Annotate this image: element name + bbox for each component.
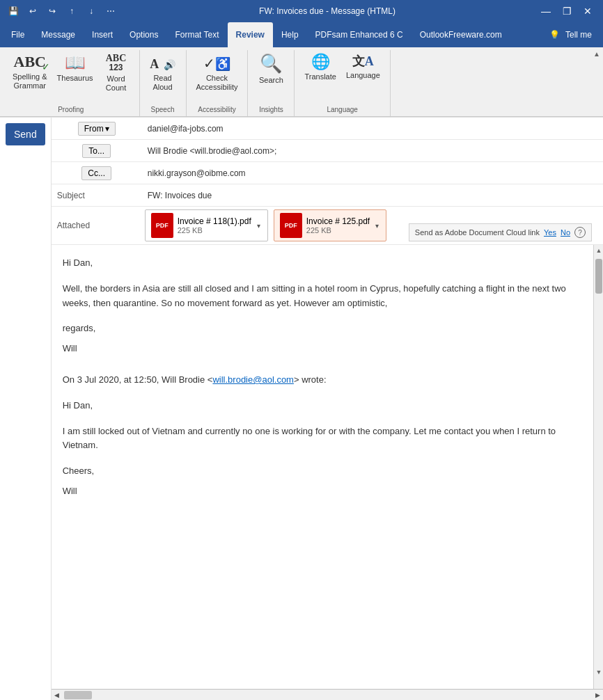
check-accessibility-label: CheckAccessibility — [196, 74, 238, 92]
h-scroll-thumb[interactable] — [64, 691, 92, 699]
search-label: Search — [259, 76, 283, 85]
language-buttons: 🌐 Translate 文 A Language — [300, 50, 384, 106]
attachment-1[interactable]: PDF Invoice # 118(1).pdf 225 KB ▾ — [145, 209, 268, 241]
cc-value[interactable]: nikki.grayson@oibme.com — [142, 166, 603, 181]
from-row: From ▾ daniel@ifa-jobs.com — [52, 118, 603, 140]
attachment-2-info: Invoice # 125.pdf 225 KB — [306, 216, 370, 234]
send-button[interactable]: Send — [6, 123, 45, 145]
app-window: 💾 ↩ ↪ ↑ ↓ ⋯ FW: Invoices due - Message (… — [0, 0, 603, 700]
restore-button[interactable]: ❐ — [557, 1, 577, 21]
from-dropdown-icon: ▾ — [105, 124, 109, 134]
to-value[interactable]: Will Brodie <will.brodie@aol.com>; — [142, 143, 603, 159]
up-icon[interactable]: ↑ — [64, 3, 79, 19]
thesaurus-button[interactable]: 📖 Thesaurus — [53, 50, 97, 99]
to-label-container: To... — [52, 141, 142, 161]
scroll-left-button[interactable]: ◀ — [52, 690, 63, 701]
from-button[interactable]: From ▾ — [78, 122, 116, 136]
h-scroll-track — [63, 690, 592, 700]
scroll-down-button[interactable]: ▼ — [594, 667, 603, 678]
ribbon-group-language: 🌐 Translate 文 A Language Language — [295, 50, 390, 116]
ribbon-body: ABC ✓ Spelling &Grammar 📖 Thesaurus ABC … — [0, 47, 603, 117]
adobe-cloud-bar: Send as Adobe Document Cloud link Yes No… — [409, 223, 592, 241]
adobe-yes-link[interactable]: Yes — [544, 228, 556, 237]
spelling-grammar-label: Spelling &Grammar — [13, 72, 47, 90]
insights-group-label: Insights — [259, 106, 283, 116]
close-button[interactable]: ✕ — [578, 1, 597, 21]
body-cheers: Cheers, — [63, 464, 592, 479]
scroll-up-button[interactable]: ▲ — [594, 245, 603, 256]
scrollbar-thumb[interactable] — [595, 259, 602, 294]
body-greeting2: Hi Dan, — [63, 399, 592, 413]
check-accessibility-button[interactable]: ✓♿ CheckAccessibility — [192, 50, 242, 99]
attachment-chips: PDF Invoice # 118(1).pdf 225 KB ▾ PDF In… — [142, 207, 389, 244]
ribbon-group-accessibility: ✓♿ CheckAccessibility Accessibility — [187, 50, 249, 116]
ribbon-tabs: File Message Insert Options Format Text … — [0, 22, 603, 47]
attachment-1-dropdown-icon[interactable]: ▾ — [256, 222, 262, 230]
search-button[interactable]: 🔍 Search — [253, 50, 288, 99]
subject-value[interactable]: FW: Invoices due — [142, 188, 603, 203]
scroll-right-button[interactable]: ▶ — [592, 690, 603, 701]
cc-button[interactable]: Cc... — [81, 166, 111, 180]
tab-help[interactable]: Help — [273, 22, 307, 47]
save-icon[interactable]: 💾 — [6, 3, 21, 19]
window-title: FW: Invoices due - Message (HTML) — [118, 6, 536, 16]
insights-buttons: 🔍 Search — [253, 50, 288, 106]
cc-row: Cc... nikki.grayson@oibme.com — [52, 162, 603, 184]
adobe-help-icon[interactable]: ? — [574, 227, 586, 238]
minimize-button[interactable]: — — [536, 1, 556, 21]
word-count-label: WordCount — [106, 74, 126, 93]
tab-outlookfreeware[interactable]: OutlookFreeware.com — [412, 22, 510, 47]
attached-label: Attached — [52, 218, 142, 233]
tab-options[interactable]: Options — [121, 22, 166, 47]
ribbon-group-speech: A 🔊 ReadAloud Speech — [140, 50, 187, 116]
attachment-2[interactable]: PDF Invoice # 125.pdf 225 KB ▾ — [274, 209, 386, 241]
tab-pdfsam[interactable]: PDFsam Enhanced 6 C — [307, 22, 412, 47]
title-bar: 💾 ↩ ↪ ↑ ↓ ⋯ FW: Invoices due - Message (… — [0, 0, 603, 22]
from-label: From — [84, 124, 104, 134]
tab-file[interactable]: File — [3, 22, 33, 47]
to-row: To... Will Brodie <will.brodie@aol.com>; — [52, 140, 603, 162]
body-regards: regards, — [63, 321, 592, 336]
send-panel: Send — [0, 118, 52, 700]
spelling-grammar-button[interactable]: ABC ✓ Spelling &Grammar — [8, 50, 52, 99]
read-aloud-label: ReadAloud — [152, 74, 172, 92]
tell-me-label[interactable]: Tell me — [565, 30, 592, 40]
thesaurus-label: Thesaurus — [57, 74, 93, 83]
language-group-label: Language — [327, 106, 358, 116]
tab-review[interactable]: Review — [228, 22, 273, 47]
body-signature2: Will — [63, 484, 592, 499]
tab-insert[interactable]: Insert — [84, 22, 121, 47]
body-paragraph1: Well, the borders in Asia are still all … — [63, 282, 592, 311]
tab-format-text[interactable]: Format Text — [166, 22, 227, 47]
attachment-1-size: 225 KB — [178, 226, 251, 234]
translate-button[interactable]: 🌐 Translate — [300, 50, 340, 99]
attachment-2-dropdown-icon[interactable]: ▾ — [374, 222, 380, 230]
ribbon-group-proofing: ABC ✓ Spelling &Grammar 📖 Thesaurus ABC … — [3, 50, 140, 116]
forward-email-link[interactable]: will.brodie@aol.com — [212, 374, 294, 385]
body-forward-info: On 3 Jul 2020, at 12:50, Will Brodie <wi… — [63, 373, 592, 388]
subject-label: Subject — [52, 188, 142, 203]
scrollbar-y: ▲ ▼ — [593, 245, 603, 689]
subject-row: Subject FW: Invoices due — [52, 184, 603, 207]
read-aloud-button[interactable]: A 🔊 ReadAloud — [146, 50, 180, 99]
tab-message[interactable]: Message — [33, 22, 84, 47]
language-button[interactable]: 文 A Language — [342, 50, 384, 99]
title-bar-left: 💾 ↩ ↪ ↑ ↓ ⋯ — [6, 3, 118, 19]
cc-label-container: Cc... — [52, 164, 142, 183]
undo-icon[interactable]: ↩ — [25, 3, 40, 19]
redo-icon[interactable]: ↪ — [45, 3, 60, 19]
to-button[interactable]: To... — [82, 144, 111, 158]
body-greeting: Hi Dan, — [63, 256, 592, 271]
adobe-no-link[interactable]: No — [561, 228, 570, 237]
email-body[interactable]: Hi Dan, Well, the borders in Asia are st… — [52, 245, 603, 689]
attached-row: Attached PDF Invoice # 118(1).pdf 225 KB… — [52, 207, 603, 245]
attachment-1-info: Invoice # 118(1).pdf 225 KB — [178, 216, 251, 234]
down-icon[interactable]: ↓ — [84, 3, 99, 19]
word-count-button[interactable]: ABC 123 WordCount — [99, 50, 134, 99]
from-label-container: From ▾ — [52, 119, 142, 138]
proofing-buttons: ABC ✓ Spelling &Grammar 📖 Thesaurus ABC … — [8, 50, 134, 106]
more-icon[interactable]: ⋯ — [103, 3, 118, 19]
lightbulb-icon[interactable]: 💡 — [549, 30, 560, 40]
ribbon-collapse-button[interactable]: ▲ — [593, 50, 600, 58]
ribbon-extras: 💡 Tell me — [541, 22, 600, 47]
